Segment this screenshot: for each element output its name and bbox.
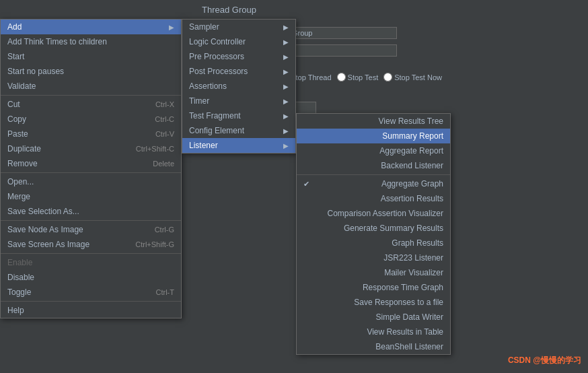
menu-item-assertions[interactable]: Assertions ▶ xyxy=(182,79,295,94)
menu-item-disable[interactable]: Disable xyxy=(1,270,181,285)
menu-item-timer[interactable]: Timer ▶ xyxy=(182,94,295,108)
menu-item-copy[interactable]: Copy Ctrl-C xyxy=(1,112,181,127)
menu-item-remove[interactable]: Remove Delete xyxy=(1,156,181,171)
context-menu-level1: Add ▶ Add Think Times to children Start … xyxy=(0,19,182,318)
menu-item-comparison-assertion[interactable]: Comparison Assertion Visualizer xyxy=(297,206,450,221)
separator-1 xyxy=(1,95,181,96)
watermark: CSDN @慢慢的学习 xyxy=(508,355,581,366)
menu-item-paste[interactable]: Paste Ctrl-V xyxy=(1,127,181,141)
menu-item-jsr223-listener[interactable]: JSR223 Listener xyxy=(297,250,450,265)
menu-item-graph-results[interactable]: Graph Results xyxy=(297,236,450,250)
menu-item-view-results-tree[interactable]: View Results Tree xyxy=(297,114,450,129)
menu-item-start[interactable]: Start xyxy=(1,49,181,64)
menu-item-toggle[interactable]: Toggle Ctrl-T xyxy=(1,285,181,300)
menu-item-listener[interactable]: Listener ▶ xyxy=(182,138,295,153)
title-bar: Thread Group xyxy=(0,0,588,19)
menu-item-save-screen-image[interactable]: Save Screen As Image Ctrl+Shift-G xyxy=(1,237,181,252)
menu-item-enable: Enable xyxy=(1,255,181,270)
separator-2 xyxy=(1,172,181,173)
menu-item-summary-report[interactable]: Summary Report xyxy=(297,129,450,143)
menu-item-simple-data-writer[interactable]: Simple Data Writer xyxy=(297,310,450,325)
window-title: Thread Group xyxy=(202,5,256,15)
menu-item-start-no-pauses[interactable]: Start no pauses xyxy=(1,64,181,79)
separator-l3-1 xyxy=(297,174,450,175)
menu-item-pre-processors[interactable]: Pre Processors ▶ xyxy=(182,49,295,64)
menu-item-backend-listener[interactable]: Backend Listener xyxy=(297,158,450,173)
menu-item-generate-summary[interactable]: Generate Summary Results xyxy=(297,221,450,236)
menu-item-aggregate-graph[interactable]: ✔ Aggregate Graph xyxy=(297,176,450,191)
menu-item-add-arrow: ▶ xyxy=(169,24,174,31)
context-menu-level3: View Results Tree Summary Report Aggrega… xyxy=(296,113,451,355)
menu-item-help[interactable]: Help xyxy=(1,303,181,318)
menu-item-add-think-times[interactable]: Add Think Times to children xyxy=(1,34,181,49)
menu-item-response-time-graph[interactable]: Response Time Graph xyxy=(297,280,450,295)
menu-item-save-node-image[interactable]: Save Node As Image Ctrl-G xyxy=(1,222,181,237)
menu-item-aggregate-report[interactable]: Aggregate Report xyxy=(297,143,450,158)
menu-item-merge[interactable]: Merge xyxy=(1,189,181,204)
menu-item-logic-controller[interactable]: Logic Controller ▶ xyxy=(182,34,295,49)
menu-item-beanshell-listener[interactable]: BeanShell Listener xyxy=(297,339,450,354)
menu-item-view-results-table[interactable]: View Results in Table xyxy=(297,325,450,339)
menu-item-open[interactable]: Open... xyxy=(1,174,181,189)
radio-stop-test[interactable]: Stop Test xyxy=(337,73,379,81)
menu-item-save-responses[interactable]: Save Responses to a file xyxy=(297,295,450,310)
menu-item-mailer-visualizer[interactable]: Mailer Visualizer xyxy=(297,265,450,280)
menu-item-duplicate[interactable]: Duplicate Ctrl+Shift-C xyxy=(1,141,181,156)
context-menu-level2: Sampler ▶ Logic Controller ▶ Pre Process… xyxy=(182,19,296,154)
separator-5 xyxy=(1,301,181,302)
menu-item-add[interactable]: Add ▶ xyxy=(1,20,181,34)
radio-stop-test-now[interactable]: Stop Test Now xyxy=(383,73,442,81)
menu-item-test-fragment[interactable]: Test Fragment ▶ xyxy=(182,108,295,123)
menu-item-config-element[interactable]: Config Element ▶ xyxy=(182,123,295,138)
menu-item-post-processors[interactable]: Post Processors ▶ xyxy=(182,64,295,79)
menu-item-add-label: Add xyxy=(7,22,22,32)
separator-4 xyxy=(1,253,181,254)
menu-item-sampler[interactable]: Sampler ▶ xyxy=(182,20,295,34)
menu-item-cut[interactable]: Cut Ctrl-X xyxy=(1,97,181,112)
separator-3 xyxy=(1,220,181,221)
menu-item-save-selection[interactable]: Save Selection As... xyxy=(1,204,181,219)
menu-item-validate[interactable]: Validate xyxy=(1,79,181,94)
menu-item-assertion-results[interactable]: Assertion Results xyxy=(297,191,450,206)
